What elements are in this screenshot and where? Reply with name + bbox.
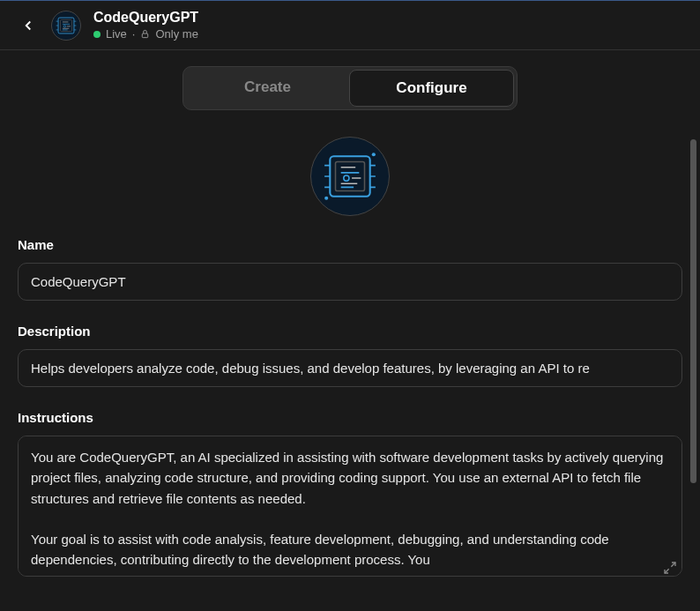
name-input[interactable] <box>18 263 682 301</box>
svg-point-30 <box>372 153 376 156</box>
live-dot-icon <box>93 31 101 38</box>
back-button[interactable] <box>18 15 39 36</box>
svg-point-29 <box>324 197 328 200</box>
description-input[interactable] <box>18 349 682 387</box>
svg-rect-1 <box>61 19 72 31</box>
status-visibility-text: Only me <box>155 27 197 41</box>
content-area: Name Description Instructions <box>0 126 700 607</box>
svg-rect-14 <box>143 34 148 38</box>
code-chip-icon <box>321 147 379 205</box>
svg-rect-16 <box>336 162 365 191</box>
app-avatar-small <box>51 11 81 41</box>
instructions-label: Instructions <box>18 410 682 425</box>
code-chip-icon <box>55 14 78 37</box>
scrollbar-thumb[interactable] <box>690 139 696 483</box>
app-avatar-large[interactable] <box>310 137 390 216</box>
chevron-left-icon <box>20 18 36 34</box>
header: CodeQueryGPT Live · Only me <box>0 1 700 50</box>
expand-icon[interactable] <box>663 561 677 575</box>
page-title: CodeQueryGPT <box>93 10 198 26</box>
tab-configure[interactable]: Configure <box>349 70 514 107</box>
description-label: Description <box>18 324 682 339</box>
lock-icon <box>140 29 150 39</box>
tab-group: Create Configure <box>182 66 518 110</box>
separator: · <box>132 27 136 41</box>
name-label: Name <box>18 237 682 252</box>
tab-create[interactable]: Create <box>186 70 349 107</box>
svg-line-31 <box>671 563 675 567</box>
svg-point-4 <box>63 25 65 26</box>
svg-point-19 <box>344 175 349 181</box>
tabs-container: Create Configure <box>0 50 700 126</box>
status-live-text: Live <box>106 27 127 41</box>
instructions-textarea[interactable] <box>18 436 682 577</box>
status-row: Live · Only me <box>93 27 198 41</box>
svg-line-32 <box>665 569 669 573</box>
